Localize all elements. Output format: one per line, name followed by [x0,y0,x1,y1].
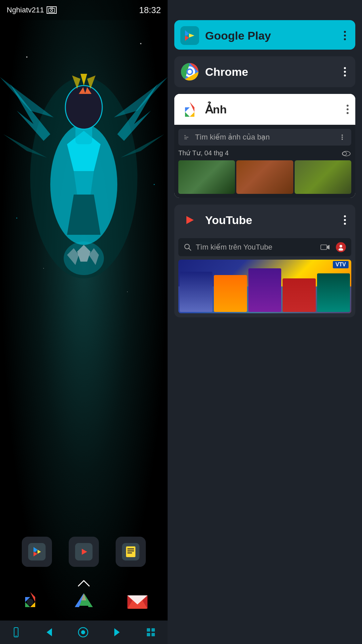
dock-youtube[interactable] [69,537,99,567]
recents-nav-icon[interactable] [111,626,123,638]
svg-point-23 [140,43,141,44]
drive-icon [72,590,96,614]
home-circle-icon [77,626,89,638]
svg-point-92 [342,137,343,138]
chrome-more-dots [343,66,347,78]
youtube-camera-icon [320,244,330,251]
photos-search-bar[interactable]: Tìm kiếm ảnh của bạn [178,129,351,146]
status-left: Nghiatv211 [7,6,57,14]
recents-panel: Google Play [168,0,362,644]
svg-rect-70 [147,633,150,636]
youtube-more-btn[interactable] [340,211,350,229]
youtube-icon-svg [180,211,199,229]
photo-indicator-icon [47,6,57,14]
svg-point-93 [342,139,343,140]
svg-rect-62 [14,628,18,637]
photos-cloud-icon [341,149,351,156]
youtube-dock-icon [75,543,93,560]
svg-point-98 [185,244,189,249]
phone-nav-icon[interactable] [11,627,21,638]
windows-nav-icon[interactable] [145,626,157,638]
drive-app-icon[interactable] [69,587,99,617]
photos-name: Ảnh [205,103,340,116]
svg-point-66 [81,630,85,634]
svg-marker-30 [50,7,53,8]
notes-dock-icon [122,543,139,560]
svg-rect-63 [15,636,17,636]
svg-rect-69 [152,628,155,632]
back-icon [43,626,55,638]
recents-icon [111,626,123,638]
svg-marker-64 [47,628,52,636]
photos-more-dots [345,103,350,115]
youtube-header: YouTube [174,205,355,234]
photos-icon-svg [180,100,199,119]
status-bar: Nghiatv211 18:32 [0,0,168,20]
svg-point-29 [51,9,53,11]
dock-notes[interactable] [116,537,146,567]
svg-rect-40 [126,546,135,557]
bottom-nav-bar [0,621,168,644]
google-play-more-btn[interactable] [340,27,350,44]
status-time: 18:32 [139,5,161,15]
home-bottom-apps [0,584,168,621]
youtube-profile-icon [336,242,346,252]
svg-rect-31 [28,543,46,560]
gmail-app-icon[interactable] [122,587,153,617]
svg-rect-100 [321,245,327,250]
chrome-icon [180,62,200,82]
svg-rect-71 [152,633,155,636]
svg-line-99 [189,248,191,251]
youtube-user-icon [338,244,344,251]
youtube-card[interactable]: YouTube Tìm kiếm trên YouTube [174,205,355,317]
windows-icon [145,626,157,638]
home-dock [0,533,168,570]
chrome-card[interactable]: Chrome [174,56,355,87]
more-dots [343,30,347,42]
google-play-icon-svg [180,26,199,45]
photos-app-icon[interactable] [15,587,45,617]
back-nav-icon[interactable] [43,626,55,638]
svg-marker-3 [74,171,94,195]
phone-icon [11,627,21,638]
dock-google-play[interactable] [22,537,52,567]
chrome-name: Chrome [205,65,335,78]
svg-marker-101 [327,245,329,250]
svg-marker-67 [114,628,120,636]
svg-point-22 [26,56,27,58]
photos-header: Ảnh [174,94,355,125]
home-panel: Nghiatv211 18:32 [0,0,168,644]
photos-more-btn[interactable] [345,103,350,115]
youtube-content: Tìm kiếm trên YouTube VTV [174,234,355,317]
svg-point-26 [43,268,44,269]
svg-rect-43 [127,552,132,553]
youtube-search-bar[interactable]: Tìm kiếm trên YouTube [178,238,351,256]
google-play-dock-icon [28,543,46,560]
photos-card[interactable]: Ảnh Tìm kiếm ảnh của bạn [174,94,355,198]
home-nav-icon[interactable] [77,626,89,638]
chrome-more-btn[interactable] [340,63,350,80]
svg-rect-42 [127,550,134,551]
svg-point-91 [342,135,343,136]
photos-date-label: Thứ Tư, 04 thg 4 [178,149,351,157]
svg-point-102 [340,245,342,248]
svg-rect-41 [127,548,134,549]
svg-point-103 [339,248,343,251]
svg-rect-28 [49,8,55,12]
google-play-card[interactable]: Google Play [174,20,355,50]
photos-thumbnails [178,160,351,194]
google-play-icon [180,25,200,46]
youtube-search-placeholder: Tìm kiếm trên YouTube [196,243,315,252]
creature-art [0,17,168,339]
photo-thumb-1 [178,160,235,194]
photos-more-vertical-icon [339,133,346,141]
username-text: Nghiatv211 [7,6,44,14]
photo-thumb-2 [236,160,293,194]
svg-point-81 [188,70,192,74]
google-play-header: Google Play [174,20,355,50]
photos-content: Tìm kiếm ảnh của bạn Thứ Tư, 04 thg 4 [174,125,355,198]
youtube-icon [180,210,200,230]
svg-point-95 [343,152,347,155]
youtube-thumbnail[interactable]: VTV [178,260,351,313]
svg-point-86 [186,109,193,115]
